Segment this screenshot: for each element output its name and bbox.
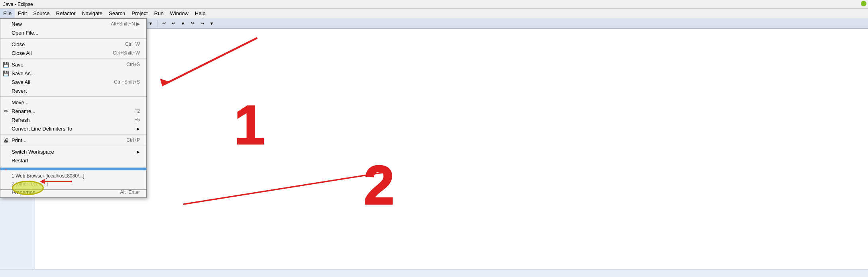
menu-navigate[interactable]: Navigate [79,9,106,18]
menu-divider-2 [0,59,146,59]
save-as-icon: 💾 [3,70,9,76]
title-bar: Java - Eclipse [0,0,868,9]
menu-item-revert[interactable]: Revert [0,86,146,95]
status-bar [0,269,868,277]
menu-item-save[interactable]: 💾 Save Ctrl+S [0,60,146,69]
menu-help[interactable]: Help [192,9,209,18]
menu-search[interactable]: Search [106,9,128,18]
menu-item-close[interactable]: Close Ctrl+W [0,40,146,49]
recent-file-1[interactable]: 1 Web Browser [localhost:8080/...] [0,172,146,180]
menu-divider-1 [0,38,146,39]
menu-divider-4 [0,134,146,135]
menu-bar: File Edit Source Refactor Navigate Searc… [0,9,868,18]
toolbar-sep4 [157,20,157,27]
menu-item-print[interactable]: 🖨 Print... Ctrl+P [0,136,146,144]
convert-line-arrow: ▶ [137,127,140,131]
app-title: Java - Eclipse [3,2,33,7]
file-menu-dropdown: New Alt+Shift+N ▶ Open File... Close Ctr… [0,18,147,198]
menu-run[interactable]: Run [151,9,167,18]
switch-workspace-arrow: ▶ [137,150,140,154]
toolbar-btn11[interactable]: ↩ [159,20,168,27]
recent-file-2[interactable]: 2 (other recent...) [0,180,146,188]
menu-item-restart[interactable]: Restart [0,156,146,165]
toolbar-btn16[interactable]: ▼ [207,20,216,27]
svg-line-3 [183,172,387,204]
menu-item-move[interactable]: Move... [0,98,146,107]
menu-item-new[interactable]: New Alt+Shift+N ▶ [0,20,146,28]
menu-item-save-as[interactable]: 💾 Save As... [0,69,146,78]
toolbar-btn13[interactable]: ▼ [179,20,187,27]
svg-text:1: 1 [234,94,265,156]
menu-window[interactable]: Window [167,9,192,18]
menu-item-open-file[interactable]: Open File... [0,28,146,37]
menu-source[interactable]: Source [30,9,53,18]
editor-area: 1 2 [35,29,868,277]
menu-item-close-all[interactable]: Close All Ctrl+Shift+W [0,49,146,57]
menu-item-convert-line[interactable]: Convert Line Delimiters To ▶ [0,124,146,133]
menu-divider-3 [0,96,146,97]
menu-item-switch-workspace[interactable]: Switch Workspace ▶ [0,147,146,156]
toolbar-btn12[interactable]: ↩ [169,20,178,27]
toolbar-btn10[interactable]: ▼ [146,20,155,27]
svg-marker-1 [160,78,169,86]
annotation-layer: 1 2 [35,29,868,277]
menu-item-refresh[interactable]: Refresh F5 [0,115,146,124]
svg-text:2: 2 [363,154,395,216]
menu-file[interactable]: File [0,9,15,18]
green-status-dot [861,1,866,6]
menu-item-rename[interactable]: ✏ Rename... F2 [0,107,146,115]
save-icon: 💾 [3,61,9,68]
menu-project[interactable]: Project [128,9,151,18]
svg-line-0 [165,38,257,84]
recent-files: 1 Web Browser [localhost:8080/...] 2 (ot… [0,170,147,190]
toolbar-btn14[interactable]: ↪ [188,20,197,27]
print-icon: 🖨 [3,137,9,143]
menu-divider-6 [0,166,146,166]
menu-edit[interactable]: Edit [15,9,30,18]
toolbar-btn15[interactable]: ↪ [198,20,206,27]
menu-item-save-all[interactable]: Save All Ctrl+Shift+S [0,78,146,86]
menu-divider-5 [0,146,146,146]
rename-icon: ✏ [3,108,9,114]
menu-refactor[interactable]: Refactor [53,9,79,18]
